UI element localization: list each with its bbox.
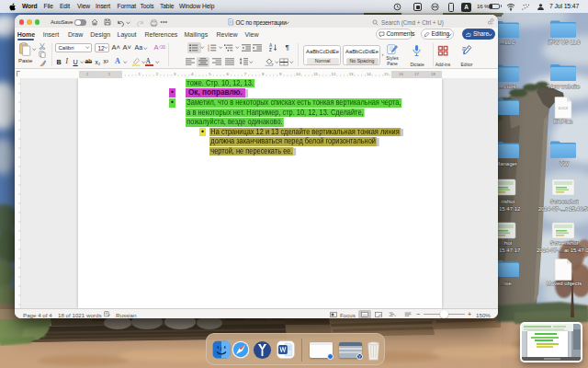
svg-text:2: 2 (156, 72, 159, 76)
svg-text:17: 17 (414, 72, 419, 76)
svg-text:7: 7 (244, 72, 247, 76)
svg-text:16: 16 (399, 72, 403, 76)
svg-text:DOCX: DOCX (559, 107, 569, 110)
svg-text:5: 5 (209, 72, 211, 76)
svg-text:…nshot: …nshot (496, 199, 515, 204)
svg-text:11: 11 (313, 72, 318, 76)
svg-text:14: 14 (367, 72, 371, 76)
svg-text:…hot: …hot (499, 240, 513, 246)
svg-text:VW: VW (560, 161, 569, 167)
svg-text:2: 2 (86, 72, 89, 76)
svg-text:8: 8 (262, 72, 265, 76)
svg-text:3: 3 (174, 72, 176, 76)
svg-text:2024-07-…at 15.47.08: 2024-07-…at 15.47.08 (537, 247, 588, 253)
svg-text:6: 6 (227, 72, 230, 76)
svg-text:Screenshot: Screenshot (550, 199, 579, 204)
svg-text:IT-W US LLC: IT-W US LLC (548, 40, 581, 45)
svg-text:2024-07-…t 15.46.56: 2024-07-…t 15.46.56 (538, 206, 588, 212)
svg-text:…ive: …ive (499, 281, 512, 286)
svg-text:9: 9 (279, 72, 282, 76)
svg-text:Screenshot: Screenshot (550, 240, 579, 246)
svg-text:12: 12 (332, 72, 336, 76)
svg-text:Z: Z (269, 48, 272, 52)
svg-text:Moved objects: Moved objects (547, 281, 582, 286)
svg-text:…LLC: …LLC (499, 40, 515, 45)
svg-text:15: 15 (384, 72, 389, 76)
svg-text:FA Plan: FA Plan (554, 119, 573, 124)
svg-text:4: 4 (191, 72, 194, 76)
svg-text:Manager: Manager (495, 161, 517, 167)
svg-text:10: 10 (296, 72, 300, 76)
svg-text:3: 3 (208, 48, 209, 51)
svg-text:13: 13 (349, 72, 354, 76)
svg-text:New website: New website (548, 84, 581, 89)
svg-text:…ctors: …ctors (498, 84, 515, 89)
svg-text:1: 1 (139, 72, 141, 76)
svg-text:1: 1 (108, 72, 111, 76)
svg-text:18: 18 (431, 72, 435, 76)
